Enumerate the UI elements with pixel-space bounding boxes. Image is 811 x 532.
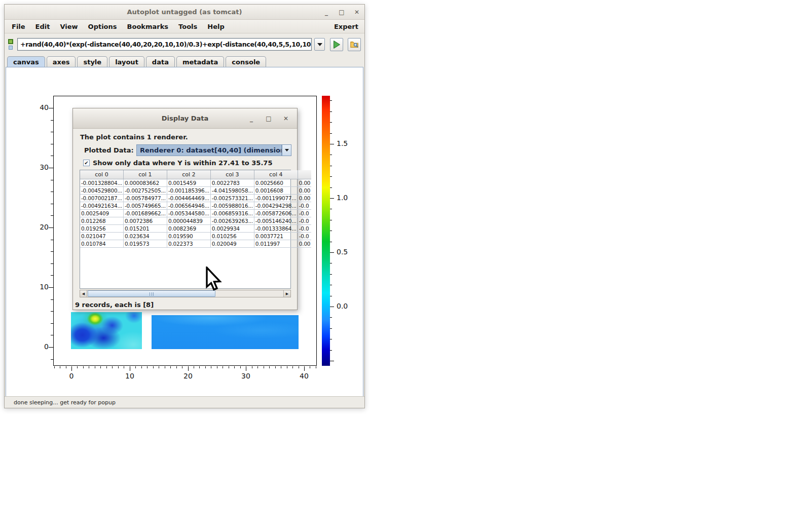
table-cell[interactable]: -0.0 — [298, 217, 311, 224]
menu-item-view[interactable]: View — [55, 23, 83, 30]
table-cell[interactable]: -0.005344580... — [167, 209, 210, 217]
menu-item-file[interactable]: File — [11, 23, 30, 30]
table-cell[interactable]: 0.020049 — [210, 240, 254, 247]
table-cell[interactable]: 0.0025409 — [80, 209, 123, 217]
table-cell[interactable]: 0.011997 — [254, 240, 298, 247]
table-cell[interactable]: -0.005872606... — [254, 209, 298, 217]
uri-dropdown-button[interactable] — [314, 38, 325, 51]
table-cell[interactable]: -0.006859316... — [210, 209, 254, 217]
tab-style[interactable]: style — [77, 56, 107, 67]
table-cell[interactable]: 0.023634 — [123, 232, 167, 240]
horizontal-scrollbar[interactable]: ◀ ▶ — [80, 290, 291, 297]
plot-canvas[interactable]: Display Data _ □ ✕ The plot contains 1 r… — [6, 67, 363, 397]
table-cell[interactable]: -0.002639263... — [210, 217, 254, 224]
dialog-maximize-icon[interactable]: □ — [265, 115, 272, 122]
plotted-data-combobox[interactable]: Renderer 0: dataset[40,40] (dimension... — [136, 144, 282, 156]
table-cell[interactable]: -0.0 — [298, 232, 311, 240]
table-cell[interactable]: 0.0082369 — [167, 224, 210, 232]
column-header[interactable]: col 0 — [80, 170, 123, 179]
table-cell[interactable]: 0.0037721 — [254, 232, 298, 240]
menu-item-bookmarks[interactable]: Bookmarks — [122, 23, 174, 30]
table-cell[interactable]: 0.000083662 — [123, 179, 167, 186]
axis-tick — [147, 366, 148, 368]
table-cell[interactable]: -0.006564946... — [167, 202, 210, 209]
table-cell[interactable]: 0.0015459 — [167, 179, 210, 186]
table-cell[interactable]: 0.010256 — [210, 232, 254, 240]
menu-item-tools[interactable]: Tools — [173, 23, 202, 30]
scrollbar-track[interactable] — [87, 290, 283, 297]
window-titlebar[interactable]: Autoplot untagged (as tomcat) _ □ ✕ — [5, 5, 364, 20]
inspect-uri-button[interactable] — [348, 38, 361, 51]
scroll-right-button[interactable]: ▶ — [283, 290, 290, 297]
table-cell[interactable]: 0.021047 — [80, 232, 123, 240]
table-cell[interactable]: 0.0029934 — [210, 224, 254, 232]
table-cell[interactable]: -0.004529800... — [80, 186, 123, 194]
maximize-icon[interactable]: □ — [338, 9, 345, 16]
column-header[interactable] — [298, 170, 311, 179]
table-cell[interactable]: -0.001689662... — [123, 209, 167, 217]
scroll-left-button[interactable]: ◀ — [80, 290, 87, 297]
table-cell[interactable]: -0.001199077... — [254, 194, 298, 202]
go-button[interactable] — [330, 38, 343, 51]
table-cell[interactable]: -0.0 — [298, 224, 311, 232]
table-cell[interactable]: -0.001328804... — [80, 179, 123, 186]
tab-layout[interactable]: layout — [109, 56, 144, 67]
table-cell[interactable]: 0.00 — [298, 194, 311, 202]
menu-item-help[interactable]: Help — [202, 23, 229, 30]
table-cell[interactable]: -0.002752505... — [123, 186, 167, 194]
table-cell[interactable]: 0.0016608 — [254, 186, 298, 194]
table-cell[interactable]: 0.019256 — [80, 224, 123, 232]
column-header[interactable]: col 4 — [254, 170, 298, 179]
table-cell[interactable]: -0.002573321... — [210, 194, 254, 202]
table-cell[interactable]: 0.015201 — [123, 224, 167, 232]
menu-item-expert[interactable]: Expert — [334, 23, 358, 30]
table-cell[interactable]: -0.007002187... — [80, 194, 123, 202]
table-cell[interactable]: -0.004294298... — [254, 202, 298, 209]
table-cell[interactable]: -0.0 — [298, 202, 311, 209]
uri-input[interactable]: +rand(40,40)*(exp(-distance(40,40,20,20,… — [17, 38, 312, 51]
tab-metadata[interactable]: metadata — [176, 56, 224, 67]
tab-axes[interactable]: axes — [47, 56, 76, 67]
table-cell[interactable]: -0.005749665... — [123, 202, 167, 209]
table-cell[interactable]: 0.0072386 — [123, 217, 167, 224]
table-cell[interactable]: 0.019573 — [123, 240, 167, 247]
table-cell[interactable]: -0.001185396... — [167, 186, 210, 194]
table-cell[interactable]: -0.005146240... — [254, 217, 298, 224]
table-cell[interactable]: -0.004464469... — [167, 194, 210, 202]
column-header[interactable]: col 2 — [167, 170, 210, 179]
table-cell[interactable]: 0.00 — [298, 186, 311, 194]
column-header[interactable]: col 3 — [210, 170, 254, 179]
table-cell[interactable]: -0.005784977... — [123, 194, 167, 202]
y-filter-checkbox[interactable]: ✔ — [83, 160, 90, 166]
colorbar-wedge[interactable] — [322, 96, 330, 366]
scrollbar-thumb[interactable] — [88, 290, 215, 297]
close-icon[interactable]: ✕ — [353, 9, 360, 16]
table-cell[interactable]: 0.000044839 — [167, 217, 210, 224]
table-cell[interactable]: -4.041598058... — [210, 186, 254, 194]
tab-canvas[interactable]: canvas — [7, 56, 45, 67]
dialog-minimize-icon[interactable]: _ — [248, 115, 255, 122]
table-cell[interactable]: -0.0 — [298, 209, 311, 217]
plot-layers-icon[interactable] — [8, 38, 15, 51]
combobox-dropdown-button[interactable] — [282, 144, 291, 156]
menu-item-options[interactable]: Options — [83, 23, 122, 30]
table-cell[interactable]: 0.012268 — [80, 217, 123, 224]
table-cell[interactable]: -0.005988016... — [210, 202, 254, 209]
tab-data[interactable]: data — [146, 56, 175, 67]
table-cell[interactable]: -0.001333864... — [254, 224, 298, 232]
axis-tick — [124, 366, 124, 368]
table-cell[interactable]: 0.00 — [298, 240, 311, 247]
table-cell[interactable]: 0.0022783 — [210, 179, 254, 186]
table-cell[interactable]: 0.00 — [298, 179, 311, 186]
menu-item-edit[interactable]: Edit — [30, 23, 55, 30]
table-cell[interactable]: 0.022373 — [167, 240, 210, 247]
minimize-icon[interactable]: _ — [323, 9, 330, 16]
dialog-close-icon[interactable]: ✕ — [282, 115, 289, 122]
dialog-titlebar[interactable]: Display Data _ □ ✕ — [73, 108, 297, 129]
table-cell[interactable]: 0.019590 — [167, 232, 210, 240]
tab-console[interactable]: console — [226, 56, 266, 67]
table-cell[interactable]: -0.004921634... — [80, 202, 123, 209]
column-header[interactable]: col 1 — [123, 170, 167, 179]
table-cell[interactable]: 0.0025660 — [254, 179, 298, 186]
table-cell[interactable]: 0.010784 — [80, 240, 123, 247]
